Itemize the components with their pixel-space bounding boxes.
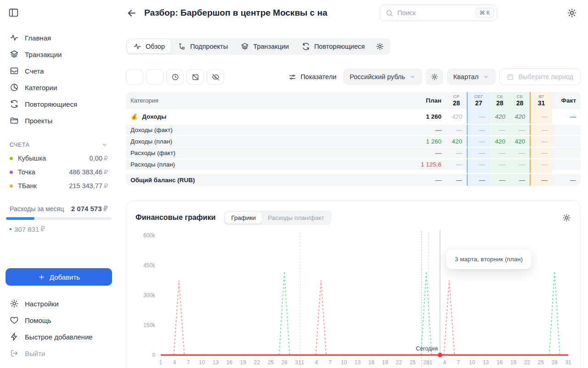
tab-transactions[interactable]: Транзакции	[235, 40, 295, 53]
inbox-icon	[10, 66, 19, 75]
chart-mode-switch: ГрафикиРасходы план/факт	[224, 211, 331, 225]
svg-text:19: 19	[240, 359, 247, 366]
search-shortcut-badge: ⌘ К	[475, 8, 494, 18]
table-row[interactable]: Расходы (факт)——————	[126, 147, 581, 158]
svg-text:31: 31	[565, 359, 571, 366]
month-expenses-label: Расходы за месяц	[10, 205, 64, 213]
sidebar-item-help[interactable]: Помощь	[6, 312, 112, 328]
sidebar-item-label: Категории	[25, 84, 57, 92]
account-amount: 215 343,77₽	[69, 182, 108, 190]
svg-text:4: 4	[173, 359, 176, 366]
sidebar-item-label: Транзакции	[25, 51, 62, 58]
table-cell: —	[446, 174, 467, 186]
zap-icon	[10, 332, 19, 341]
finance-chart[interactable]: 0150k300k450k600kСегодня1471013161922252…	[126, 228, 580, 368]
tabbar-gear-icon[interactable]	[376, 42, 384, 51]
chevron-down-icon	[131, 73, 139, 81]
svg-text:22: 22	[254, 359, 260, 366]
period-select[interactable]: Квартал	[447, 69, 496, 85]
indicators-button[interactable]: Показатели	[288, 73, 336, 81]
table-settings-button[interactable]	[426, 69, 443, 85]
table-cell: —	[530, 174, 552, 186]
svg-text:13: 13	[355, 359, 361, 366]
date-range-button[interactable]: Выберите период	[499, 69, 581, 85]
svg-text:25: 25	[538, 359, 544, 366]
table-cell: —	[552, 109, 581, 124]
table-cell	[552, 159, 581, 170]
account-row[interactable]: Точка 486 383,46₽	[6, 165, 112, 179]
svg-text:450k: 450k	[143, 262, 155, 269]
svg-text:300k: 300k	[143, 292, 155, 299]
svg-text:25: 25	[409, 359, 416, 366]
sidebar-item-settings[interactable]: Настройки	[6, 295, 112, 312]
category-emoji-icon: 💰	[130, 113, 138, 120]
sidebar-item-logout[interactable]: Выйти	[6, 345, 112, 362]
sidebar-item-home[interactable]: Главная	[6, 29, 112, 46]
search-input[interactable]	[397, 9, 475, 17]
sidebar-item-projects[interactable]: Проекты	[6, 112, 112, 129]
sidebar-item-categories[interactable]: Категории	[6, 79, 112, 96]
account-amount: 0,00₽	[90, 155, 108, 162]
sidebar-item-label: Проекты	[25, 117, 52, 125]
table-cell: —	[530, 136, 552, 147]
svg-text:31: 31	[295, 359, 301, 366]
table-cell: —	[467, 148, 490, 158]
table-row[interactable]: Расходы (план)1 125,6—————	[126, 158, 581, 170]
add-button[interactable]: Добавить	[6, 268, 112, 286]
account-row[interactable]: ТБанк 215 343,77₽	[6, 179, 112, 193]
table-cell: —	[510, 148, 530, 158]
sidebar-item-recurring[interactable]: Повторяющиеся	[6, 96, 112, 112]
table-row[interactable]: Доходы (план)1 260420—420420—	[126, 135, 581, 147]
hide-calendar-button[interactable]	[187, 69, 204, 85]
svg-text:28: 28	[281, 359, 288, 366]
sidebar-toggle-icon[interactable]	[8, 7, 19, 18]
svg-text:Сегодня: Сегодня	[416, 345, 438, 352]
charts-card: Финансовые графики ГрафикиРасходы план/ф…	[126, 201, 581, 368]
back-button[interactable]	[126, 7, 137, 19]
expand-rows-button[interactable]	[146, 69, 164, 85]
table-row[interactable]: 💰Доходы1 260420—420420——	[126, 109, 581, 124]
table-cell: —	[446, 148, 467, 158]
table-cell: —	[446, 159, 467, 170]
sidebar-item-quick-add[interactable]: Быстрое добавление	[6, 328, 112, 345]
table-cell: —	[402, 125, 446, 135]
hide-empty-button[interactable]	[207, 69, 224, 85]
subtree-icon	[178, 42, 186, 51]
account-row[interactable]: Кубышка 0,00₽	[6, 151, 112, 165]
history-button[interactable]	[166, 69, 184, 85]
table-row[interactable]: Общий баланс (RUB)———————	[126, 173, 581, 186]
tab-overview[interactable]: Обзор	[127, 40, 171, 53]
chart-mode-active[interactable]: Графики	[225, 212, 262, 224]
tab-label: Подпроекты	[190, 43, 228, 50]
sidebar-item-accounts[interactable]: Счета	[6, 63, 112, 79]
collapse-rows-button[interactable]	[126, 69, 143, 85]
sidebar-item-transactions[interactable]: Транзакции	[6, 46, 112, 63]
sidebar-footer-nav: Настройки Помощь Быстрое добавление Выйт…	[6, 295, 112, 362]
month-expenses-progress	[6, 217, 112, 220]
tab-subprojects[interactable]: Подпроекты	[172, 40, 234, 53]
settings-gear-icon[interactable]	[567, 8, 577, 18]
row-label: Расходы (факт)	[126, 148, 402, 158]
account-dot	[10, 171, 13, 174]
chevron-down-icon	[483, 74, 489, 80]
svg-text:19: 19	[382, 359, 389, 366]
chevron-down-icon	[409, 74, 416, 80]
sidebar-nav: Главная Транзакции Счета Категории Повто…	[6, 29, 112, 129]
search-box[interactable]: ⌘ К	[379, 5, 497, 21]
row-label: Доходы (план)	[126, 136, 402, 147]
chart-settings-gear-icon[interactable]	[562, 213, 571, 222]
table-cell: —	[510, 174, 530, 186]
table-cell	[552, 125, 581, 135]
table-row[interactable]: Доходы (факт)——————	[126, 124, 581, 135]
accounts-section-header[interactable]: СЧЕТА	[10, 141, 108, 148]
main-content: Разбор: Барбершоп в центре Москвы с на ⌘…	[118, 0, 588, 368]
currency-select[interactable]: Российский рубль	[343, 69, 422, 85]
table-cell: —	[552, 174, 581, 186]
svg-text:28: 28	[551, 359, 558, 366]
sidebar-item-label: Выйти	[25, 350, 45, 357]
chart-mode-option[interactable]: Расходы план/факт	[262, 212, 330, 224]
charts-title: Финансовые графики	[136, 213, 215, 222]
tab-recurring[interactable]: Повторяющиеся	[296, 40, 371, 53]
progress-fill	[6, 217, 34, 220]
chart-area[interactable]: 0150k300k450k600kСегодня1471013161922252…	[126, 228, 580, 368]
